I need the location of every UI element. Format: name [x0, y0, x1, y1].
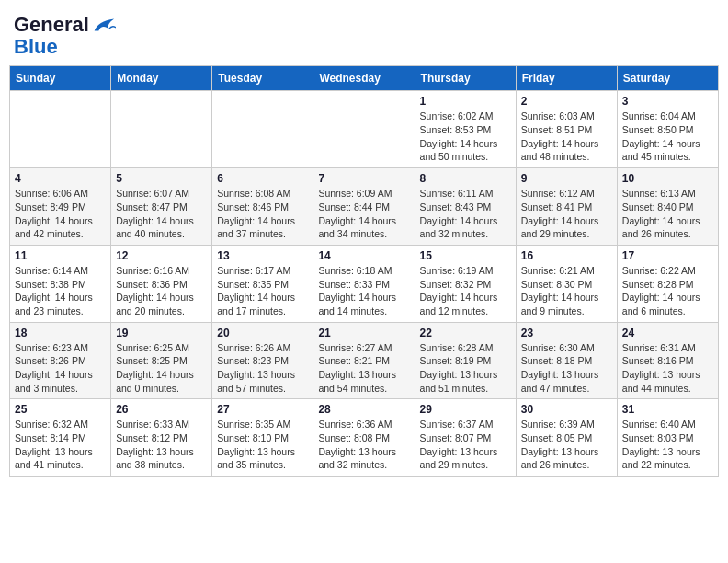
- day-number: 8: [420, 172, 511, 185]
- day-info: Sunrise: 6:12 AMSunset: 8:41 PMDaylight:…: [521, 187, 612, 241]
- day-info: Sunrise: 6:04 AMSunset: 8:50 PMDaylight:…: [622, 109, 713, 164]
- day-info: Sunrise: 6:07 AMSunset: 8:47 PMDaylight:…: [116, 187, 207, 241]
- day-number: 29: [420, 403, 511, 416]
- day-number: 17: [622, 249, 713, 262]
- calendar-cell: 31Sunrise: 6:40 AMSunset: 8:03 PMDayligh…: [617, 399, 718, 477]
- calendar-cell: 10Sunrise: 6:13 AMSunset: 8:40 PMDayligh…: [617, 168, 718, 246]
- calendar-cell: 12Sunrise: 6:16 AMSunset: 8:36 PMDayligh…: [111, 245, 212, 322]
- day-info: Sunrise: 6:06 AMSunset: 8:49 PMDaylight:…: [15, 187, 106, 241]
- calendar-cell: [111, 91, 212, 168]
- day-number: 22: [420, 327, 511, 339]
- day-number: 28: [318, 403, 409, 416]
- calendar-cell: 29Sunrise: 6:37 AMSunset: 8:07 PMDayligh…: [415, 399, 516, 477]
- calendar-cell: [212, 91, 313, 168]
- day-info: Sunrise: 6:18 AMSunset: 8:33 PMDaylight:…: [318, 264, 409, 318]
- calendar-cell: 30Sunrise: 6:39 AMSunset: 8:05 PMDayligh…: [516, 399, 617, 477]
- day-number: 5: [116, 172, 207, 185]
- calendar-week-2: 4Sunrise: 6:06 AMSunset: 8:49 PMDaylight…: [10, 168, 719, 246]
- day-number: 14: [318, 249, 409, 262]
- calendar-cell: 19Sunrise: 6:25 AMSunset: 8:25 PMDayligh…: [111, 322, 212, 399]
- calendar-cell: [10, 91, 111, 168]
- day-info: Sunrise: 6:31 AMSunset: 8:16 PMDaylight:…: [622, 341, 713, 396]
- calendar-cell: 3Sunrise: 6:04 AMSunset: 8:50 PMDaylight…: [617, 91, 718, 168]
- day-info: Sunrise: 6:33 AMSunset: 8:12 PMDaylight:…: [116, 418, 207, 472]
- day-info: Sunrise: 6:39 AMSunset: 8:05 PMDaylight:…: [521, 418, 612, 472]
- day-number: 15: [420, 249, 511, 262]
- calendar-header-friday: Friday: [516, 66, 617, 91]
- day-number: 30: [521, 403, 612, 416]
- logo-general: General: [14, 13, 89, 36]
- day-info: Sunrise: 6:32 AMSunset: 8:14 PMDaylight:…: [15, 418, 106, 472]
- calendar-table: SundayMondayTuesdayWednesdayThursdayFrid…: [9, 65, 719, 477]
- day-info: Sunrise: 6:19 AMSunset: 8:32 PMDaylight:…: [420, 264, 511, 318]
- calendar-cell: 9Sunrise: 6:12 AMSunset: 8:41 PMDaylight…: [516, 168, 617, 246]
- day-number: 21: [318, 327, 409, 339]
- day-info: Sunrise: 6:08 AMSunset: 8:46 PMDaylight:…: [217, 187, 308, 241]
- day-number: 19: [116, 327, 207, 339]
- calendar-header-saturday: Saturday: [617, 66, 718, 91]
- day-info: Sunrise: 6:35 AMSunset: 8:10 PMDaylight:…: [217, 418, 308, 472]
- day-info: Sunrise: 6:30 AMSunset: 8:18 PMDaylight:…: [521, 341, 612, 396]
- calendar-header-sunday: Sunday: [10, 66, 111, 91]
- day-number: 31: [622, 403, 713, 416]
- day-number: 3: [622, 95, 713, 108]
- day-number: 12: [116, 249, 207, 262]
- day-info: Sunrise: 6:23 AMSunset: 8:26 PMDaylight:…: [15, 341, 106, 396]
- day-number: 7: [318, 172, 409, 185]
- day-number: 18: [15, 327, 106, 339]
- calendar-cell: 20Sunrise: 6:26 AMSunset: 8:23 PMDayligh…: [212, 322, 313, 399]
- calendar-header-tuesday: Tuesday: [212, 66, 313, 91]
- day-number: 10: [622, 172, 713, 185]
- calendar-header-monday: Monday: [111, 66, 212, 91]
- calendar-cell: 15Sunrise: 6:19 AMSunset: 8:32 PMDayligh…: [415, 245, 516, 322]
- day-number: 20: [217, 327, 308, 339]
- calendar-cell: 6Sunrise: 6:08 AMSunset: 8:46 PMDaylight…: [212, 168, 313, 246]
- day-number: 13: [217, 249, 308, 262]
- day-info: Sunrise: 6:13 AMSunset: 8:40 PMDaylight:…: [622, 187, 713, 241]
- calendar-cell: 27Sunrise: 6:35 AMSunset: 8:10 PMDayligh…: [212, 399, 313, 477]
- calendar-cell: 24Sunrise: 6:31 AMSunset: 8:16 PMDayligh…: [617, 322, 718, 399]
- day-number: 16: [521, 249, 612, 262]
- logo: General Blue: [14, 14, 116, 58]
- calendar-cell: 22Sunrise: 6:28 AMSunset: 8:19 PMDayligh…: [415, 322, 516, 399]
- calendar-cell: 4Sunrise: 6:06 AMSunset: 8:49 PMDaylight…: [10, 168, 111, 246]
- day-number: 26: [116, 403, 207, 416]
- calendar-cell: 1Sunrise: 6:02 AMSunset: 8:53 PMDaylight…: [415, 91, 516, 168]
- logo-bird-icon: [90, 15, 116, 35]
- day-number: 27: [217, 403, 308, 416]
- day-info: Sunrise: 6:26 AMSunset: 8:23 PMDaylight:…: [217, 341, 308, 396]
- day-info: Sunrise: 6:09 AMSunset: 8:44 PMDaylight:…: [318, 187, 409, 241]
- logo-text: General: [14, 14, 89, 36]
- day-info: Sunrise: 6:22 AMSunset: 8:28 PMDaylight:…: [622, 264, 713, 318]
- calendar-cell: 5Sunrise: 6:07 AMSunset: 8:47 PMDaylight…: [111, 168, 212, 246]
- logo-blue: Blue: [14, 36, 58, 58]
- calendar-cell: 13Sunrise: 6:17 AMSunset: 8:35 PMDayligh…: [212, 245, 313, 322]
- day-info: Sunrise: 6:02 AMSunset: 8:53 PMDaylight:…: [420, 109, 511, 164]
- day-info: Sunrise: 6:14 AMSunset: 8:38 PMDaylight:…: [15, 264, 106, 318]
- day-number: 6: [217, 172, 308, 185]
- calendar-week-1: 1Sunrise: 6:02 AMSunset: 8:53 PMDaylight…: [10, 91, 719, 168]
- calendar-cell: 17Sunrise: 6:22 AMSunset: 8:28 PMDayligh…: [617, 245, 718, 322]
- day-info: Sunrise: 6:37 AMSunset: 8:07 PMDaylight:…: [420, 418, 511, 472]
- calendar-cell: 18Sunrise: 6:23 AMSunset: 8:26 PMDayligh…: [10, 322, 111, 399]
- calendar-cell: 21Sunrise: 6:27 AMSunset: 8:21 PMDayligh…: [313, 322, 415, 399]
- calendar-week-3: 11Sunrise: 6:14 AMSunset: 8:38 PMDayligh…: [10, 245, 719, 322]
- day-number: 11: [15, 249, 106, 262]
- calendar-header-row: SundayMondayTuesdayWednesdayThursdayFrid…: [10, 66, 719, 91]
- day-info: Sunrise: 6:27 AMSunset: 8:21 PMDaylight:…: [318, 341, 409, 396]
- day-number: 1: [420, 95, 511, 108]
- day-info: Sunrise: 6:11 AMSunset: 8:43 PMDaylight:…: [420, 187, 511, 241]
- day-info: Sunrise: 6:25 AMSunset: 8:25 PMDaylight:…: [116, 341, 207, 396]
- calendar-cell: 2Sunrise: 6:03 AMSunset: 8:51 PMDaylight…: [516, 91, 617, 168]
- day-number: 2: [521, 95, 612, 108]
- day-info: Sunrise: 6:28 AMSunset: 8:19 PMDaylight:…: [420, 341, 511, 396]
- calendar-cell: 26Sunrise: 6:33 AMSunset: 8:12 PMDayligh…: [111, 399, 212, 477]
- calendar-header-wednesday: Wednesday: [313, 66, 415, 91]
- day-number: 23: [521, 327, 612, 339]
- day-info: Sunrise: 6:17 AMSunset: 8:35 PMDaylight:…: [217, 264, 308, 318]
- day-info: Sunrise: 6:36 AMSunset: 8:08 PMDaylight:…: [318, 418, 409, 472]
- calendar-header-thursday: Thursday: [415, 66, 516, 91]
- calendar-cell: 28Sunrise: 6:36 AMSunset: 8:08 PMDayligh…: [313, 399, 415, 477]
- page-header: General Blue: [9, 9, 719, 58]
- calendar-cell: 8Sunrise: 6:11 AMSunset: 8:43 PMDaylight…: [415, 168, 516, 246]
